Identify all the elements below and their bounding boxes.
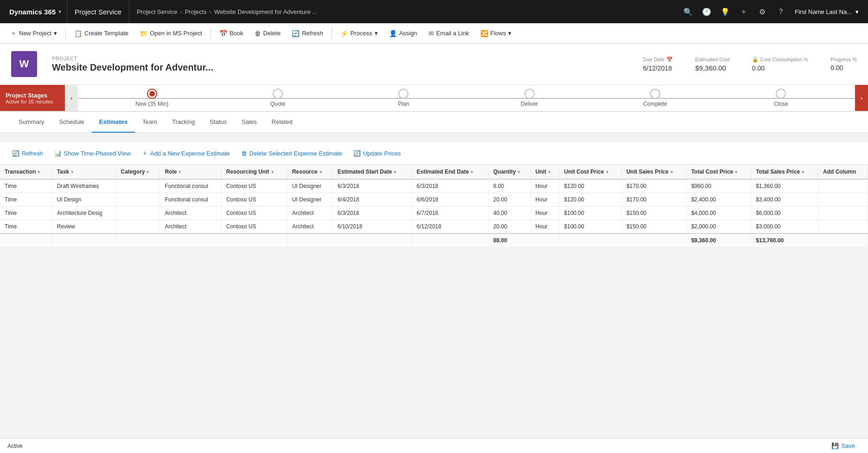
time-phased-view-button[interactable]: 📊 Show Time-Phased View bbox=[50, 148, 135, 159]
stage-nav-right-button[interactable]: › bbox=[855, 85, 868, 111]
help-icon[interactable]: 💡 bbox=[717, 3, 734, 20]
cell-total-sales-price: $6,000.00 bbox=[751, 207, 818, 220]
stage-nav-left-button[interactable]: ‹ bbox=[65, 85, 78, 111]
book-button[interactable]: 📅 Book bbox=[215, 26, 248, 41]
footer-col-unit-sales bbox=[621, 233, 686, 247]
book-icon: 📅 bbox=[219, 30, 227, 37]
email-link-button[interactable]: ✉ Email a Link bbox=[424, 26, 474, 41]
stage-item-complete[interactable]: Complete bbox=[592, 89, 718, 107]
cell-quantity: 8.00 bbox=[488, 179, 530, 193]
recent-icon[interactable]: 🕐 bbox=[698, 3, 715, 20]
brand-dynamics365[interactable]: Dynamics 365 ▾ bbox=[4, 0, 67, 23]
tab-status[interactable]: Status bbox=[202, 112, 234, 133]
stage-item-deliver[interactable]: Deliver bbox=[466, 89, 592, 107]
cell-unit-sales-price: $150.00 bbox=[621, 207, 686, 220]
table-row[interactable]: TimeDraft WireframesFunctional consulCon… bbox=[0, 179, 868, 193]
breadcrumb-item-3[interactable]: Website Development for Adventure ... bbox=[214, 8, 317, 15]
cell-category bbox=[116, 220, 160, 234]
col-end-date[interactable]: Estimated End Date▾ bbox=[412, 165, 488, 179]
stage-item-quote[interactable]: Quote bbox=[215, 89, 340, 107]
stage-name-new: New (35 Min) bbox=[135, 101, 168, 107]
stage-item-close[interactable]: Close bbox=[718, 89, 844, 107]
process-label: Process bbox=[351, 30, 372, 37]
sort-icon: ▾ bbox=[670, 169, 673, 175]
col-start-date[interactable]: Estimated Start Date▾ bbox=[332, 165, 412, 179]
tab-summary[interactable]: Summary bbox=[11, 112, 52, 133]
col-unit-cost-price[interactable]: Unit Cost Price▾ bbox=[559, 165, 621, 179]
col-task[interactable]: Task▾ bbox=[52, 165, 116, 179]
stage-item-new[interactable]: New (35 Min) bbox=[89, 89, 215, 107]
stage-circle-quote bbox=[273, 89, 283, 99]
cell-task: Draft Wireframes bbox=[52, 179, 116, 193]
calendar-icon[interactable]: 📅 bbox=[666, 57, 673, 63]
tab-bar: Summary Schedule Estimates Team Tracking… bbox=[0, 112, 868, 133]
delete-expense-estimate-button[interactable]: 🗑 Delete Selected Expense Estimate bbox=[236, 148, 347, 159]
estimates-tfoot: 88.00 $9,360.00 $13,760.00 bbox=[0, 233, 868, 247]
col-total-cost-price[interactable]: Total Cost Price▾ bbox=[686, 165, 751, 179]
cell-start-date: 6/3/2018 bbox=[332, 179, 412, 193]
col-add-column[interactable]: Add Column bbox=[818, 165, 868, 179]
cell-add-column bbox=[818, 179, 868, 193]
search-icon[interactable]: 🔍 bbox=[680, 3, 696, 20]
col-category[interactable]: Category▾ bbox=[116, 165, 160, 179]
table-row[interactable]: TimeArchitecture DesigArchitectContoso U… bbox=[0, 207, 868, 220]
flows-button[interactable]: 🔀 Flows ▾ bbox=[476, 26, 517, 41]
cell-unit-sales-price: $170.00 bbox=[621, 179, 686, 193]
add-expense-estimate-button[interactable]: ＋ Add a New Expense Estimate bbox=[137, 147, 235, 160]
col-quantity[interactable]: Quantity▾ bbox=[488, 165, 530, 179]
table-footer-row: 88.00 $9,360.00 $13,760.00 bbox=[0, 233, 868, 247]
tab-related[interactable]: Related bbox=[264, 112, 300, 133]
estimates-refresh-button[interactable]: 🔄 Refresh bbox=[7, 148, 48, 159]
col-total-sales-price[interactable]: Total Sales Price▾ bbox=[751, 165, 818, 179]
tab-tracking[interactable]: Tracking bbox=[165, 112, 202, 133]
tab-team[interactable]: Team bbox=[135, 112, 165, 133]
cell-category bbox=[116, 179, 160, 193]
tab-schedule[interactable]: Schedule bbox=[52, 112, 92, 133]
sort-icon: ▾ bbox=[735, 169, 737, 175]
project-title: Website Development for Adventur... bbox=[52, 62, 628, 73]
open-ms-project-button[interactable]: 📁 Open in MS Project bbox=[135, 26, 207, 41]
tab-sales[interactable]: Sales bbox=[234, 112, 264, 133]
email-icon: ✉ bbox=[428, 30, 434, 37]
book-label: Book bbox=[230, 30, 243, 37]
cell-unit-sales-price: $150.00 bbox=[621, 220, 686, 234]
refresh-icon: 🔄 bbox=[292, 30, 300, 37]
refresh-button[interactable]: 🔄 Refresh bbox=[287, 26, 328, 41]
col-resourcing-unit[interactable]: Resourcing Unit▾ bbox=[221, 165, 287, 179]
new-project-button[interactable]: ＋ New Project ▾ bbox=[6, 26, 62, 41]
cell-quantity: 20.00 bbox=[488, 193, 530, 207]
question-icon[interactable]: ？ bbox=[772, 3, 789, 20]
add-icon[interactable]: ＋ bbox=[735, 3, 752, 20]
refresh-label: Refresh bbox=[302, 30, 323, 37]
col-unit[interactable]: Unit▾ bbox=[530, 165, 559, 179]
cell-unit: Hour bbox=[530, 179, 559, 193]
footer-quantity-total: 88.00 bbox=[488, 233, 530, 247]
sort-icon: ▾ bbox=[179, 169, 181, 175]
create-template-button[interactable]: 📋 Create Template bbox=[70, 26, 133, 41]
col-resource[interactable]: Resource▾ bbox=[287, 165, 332, 179]
assign-button[interactable]: 👤 Assign bbox=[384, 26, 422, 41]
new-project-dropdown-icon: ▾ bbox=[54, 30, 57, 37]
cell-task: Architecture Desig bbox=[52, 207, 116, 220]
breadcrumb-item-2[interactable]: Projects bbox=[185, 8, 207, 15]
lock-icon: 🔒 bbox=[752, 57, 759, 63]
cell-end-date: 6/7/2018 bbox=[412, 207, 488, 220]
table-row[interactable]: TimeUI DesignFunctional consulContoso US… bbox=[0, 193, 868, 207]
col-unit-sales-price[interactable]: Unit Sales Price▾ bbox=[621, 165, 686, 179]
breadcrumb-sep-1: › bbox=[180, 8, 182, 15]
delete-button[interactable]: 🗑 Delete bbox=[250, 26, 286, 41]
cell-resourcing-unit: Contoso US bbox=[221, 220, 287, 234]
tab-estimates[interactable]: Estimates bbox=[92, 112, 135, 133]
process-button[interactable]: ⚡ Process ▾ bbox=[336, 26, 383, 41]
breadcrumb-item-1[interactable]: Project Service bbox=[137, 8, 177, 15]
col-role[interactable]: Role▾ bbox=[160, 165, 221, 179]
user-profile[interactable]: First Name Last Na... ▾ bbox=[789, 8, 864, 15]
cell-transaction: Time bbox=[0, 193, 52, 207]
settings-icon[interactable]: ⚙ bbox=[754, 3, 771, 20]
breadcrumb: Project Service › Projects › Website Dev… bbox=[129, 8, 680, 15]
table-row[interactable]: TimeReviewArchitectContoso USArchitect6/… bbox=[0, 220, 868, 234]
cell-unit-sales-price: $170.00 bbox=[621, 193, 686, 207]
col-transaction[interactable]: Transaction▾ bbox=[0, 165, 52, 179]
update-prices-button[interactable]: 🔄 Update Prices bbox=[349, 148, 406, 159]
stage-item-plan[interactable]: Plan bbox=[341, 89, 466, 107]
